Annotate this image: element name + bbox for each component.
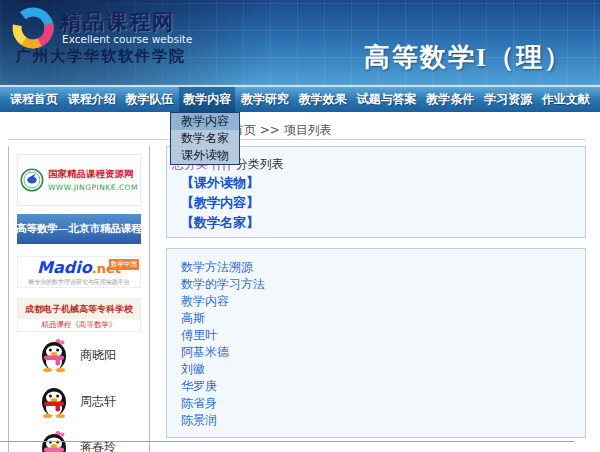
qq-contact-list: 商晓阳 周志轩 — [9, 338, 149, 452]
article-link[interactable]: 傅里叶 — [181, 327, 585, 344]
madio-badge: 数学中国 — [109, 259, 139, 270]
madio-brand: Madio — [37, 258, 92, 277]
nav-item-exams-answers[interactable]: 试题与答案 — [353, 87, 421, 112]
qq-penguin-avatar-icon — [37, 384, 71, 418]
category-link-extra-reading[interactable]: 【课外读物】 — [181, 174, 259, 192]
madio-tagline: 最专业的数学理论研究与应用实践平台 — [23, 278, 135, 286]
site-header: 精品课程网 Excellent course website 广州大学华软软件学… — [0, 0, 600, 87]
nav-item-learning-resources[interactable]: 学习资源 — [480, 87, 536, 112]
article-link[interactable]: 陈景润 — [181, 412, 585, 429]
nav-dropdown-menu: 教学内容 数学名家 课外读物 — [170, 112, 240, 165]
dropdown-item-teaching-content[interactable]: 教学内容 — [171, 113, 239, 130]
article-link[interactable]: 教学内容 — [181, 293, 585, 310]
article-link[interactable]: 数学方法溯源 — [181, 259, 585, 276]
nav-item-home[interactable]: 课程首页 — [6, 87, 62, 112]
article-link[interactable]: 陈省身 — [181, 395, 585, 412]
contact-name: 周志轩 — [80, 393, 116, 410]
qq-penguin-avatar-icon — [37, 338, 71, 372]
article-link[interactable]: 华罗庚 — [181, 378, 585, 395]
dropdown-item-extra-reading[interactable]: 课外读物 — [171, 147, 239, 164]
nav-item-course-intro[interactable]: 课程介绍 — [64, 87, 120, 112]
contact-name: 商晓阳 — [80, 347, 116, 364]
nav-item-teaching-team[interactable]: 教学队伍 — [122, 87, 178, 112]
article-list-panel: 数学方法溯源 数学的学习方法 教学内容 高斯 傅里叶 阿基米德 刘徽 华罗庚 陈… — [166, 248, 586, 438]
site-subtitle: Excellent course website — [62, 33, 192, 45]
divider — [8, 139, 586, 140]
article-link[interactable]: 阿基米德 — [181, 344, 585, 361]
jingpinke-title: 国家精品课程资源网 — [48, 168, 138, 181]
chengdu-title: 成都电子机械高等专科学校 — [18, 299, 140, 319]
chengdu-subtitle: 精品课程《高等数学》 — [18, 319, 140, 331]
qq-contact[interactable]: 周志轩 — [9, 384, 149, 418]
org-name: 广州大学华软软件学院 — [16, 47, 186, 66]
nav-item-homework-docs[interactable]: 作业文献 — [538, 87, 594, 112]
course-title: 高等数学I（理） — [364, 40, 572, 75]
nav-item-teaching-conditions[interactable]: 教学条件 — [422, 87, 478, 112]
banner-jingpinke[interactable]: 国家精品课程资源网 WWW.JINGPINKE.COM — [17, 154, 141, 206]
article-link[interactable]: 刘徽 — [181, 361, 585, 378]
breadcrumb[interactable]: 首页 >> 项目列表 — [232, 122, 332, 139]
sidebar: 国家精品课程资源网 WWW.JINGPINKE.COM 高等数学—北京市精品课程… — [8, 146, 150, 452]
article-link[interactable]: 数学的学习方法 — [181, 276, 585, 293]
jingpinke-url: WWW.JINGPINKE.COM — [48, 183, 138, 192]
section-header-title: 分类列表 — [236, 157, 284, 171]
nav-item-teaching-content[interactable]: 教学内容 — [179, 87, 235, 112]
qq-contact[interactable]: 商晓阳 — [9, 338, 149, 372]
category-link-math-masters[interactable]: 【数学名家】 — [181, 214, 259, 232]
banner-madio[interactable]: Madio.net 数学中国 最专业的数学理论研究与应用实践平台 — [17, 256, 141, 288]
banner-chengdu-college[interactable]: 成都电子机械高等专科学校 精品课程《高等数学》 — [17, 298, 141, 332]
footer-divider — [0, 441, 574, 442]
category-link-teaching-content[interactable]: 【教学内容】 — [181, 194, 259, 212]
banner-beijing-course[interactable]: 高等数学—北京市精品课程 — [17, 214, 141, 244]
main-nav: 课程首页 课程介绍 教学队伍 教学内容 教学研究 教学效果 试题与答案 教学条件… — [0, 87, 600, 112]
dropdown-item-math-masters[interactable]: 数学名家 — [171, 130, 239, 147]
page: 精品课程网 Excellent course website 广州大学华软软件学… — [0, 0, 600, 452]
jingpinke-emblem-icon — [20, 165, 44, 195]
nav-item-teaching-results[interactable]: 教学效果 — [295, 87, 351, 112]
nav-item-teaching-research[interactable]: 教学研究 — [237, 87, 293, 112]
site-name: 精品课程网 — [60, 8, 175, 36]
site-logo-icon — [10, 5, 56, 51]
article-link[interactable]: 高斯 — [181, 310, 585, 327]
